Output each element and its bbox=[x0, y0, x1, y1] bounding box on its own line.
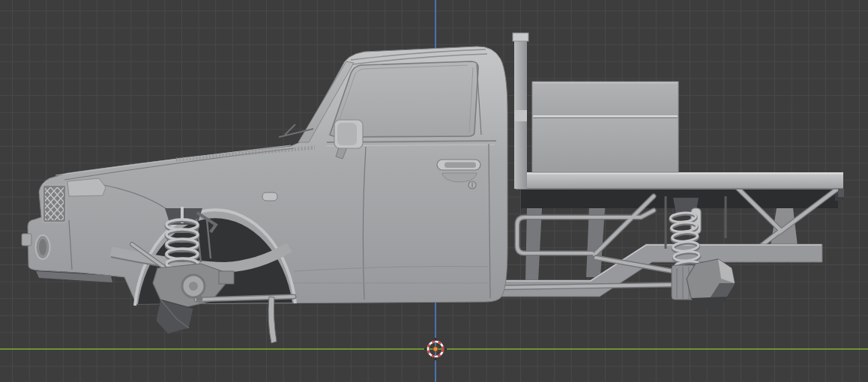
fog-light bbox=[36, 235, 50, 259]
tray-deck-end-cap bbox=[838, 189, 844, 197]
viewport-canvas[interactable] bbox=[0, 0, 868, 382]
bumper-side-tab bbox=[22, 234, 31, 246]
front-grille bbox=[43, 185, 66, 222]
keyhole bbox=[468, 181, 476, 189]
viewport-3d[interactable] bbox=[0, 0, 868, 382]
cursor-center-dot bbox=[433, 347, 438, 351]
tray-deck bbox=[516, 172, 843, 190]
grille-mesh bbox=[45, 187, 64, 220]
headboard-post-cap bbox=[513, 33, 528, 41]
headboard-post-band bbox=[514, 110, 527, 121]
tie-rod-end bbox=[196, 296, 203, 303]
side-indicator bbox=[262, 192, 277, 201]
headlight bbox=[67, 178, 106, 196]
toolbox bbox=[532, 82, 678, 172]
